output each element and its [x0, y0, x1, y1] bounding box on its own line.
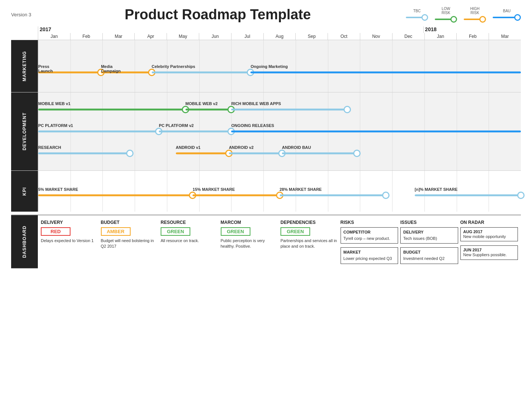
track-line	[231, 131, 521, 133]
issue-item-0-text: Tech issues (BOB)	[403, 236, 455, 241]
track-line	[176, 153, 229, 154]
resource-title: RESOURCE	[161, 220, 219, 225]
legend-low-risk-label: LOWRISK	[441, 7, 450, 15]
risk-item-0-text: Tyrell corp – new product.	[344, 236, 395, 241]
legend-bau-line	[493, 14, 521, 21]
on-radar-date-1: JUN 2017	[463, 248, 515, 252]
track-label: PC PLATFORM v2	[159, 123, 194, 128]
risk-item-1: MARKET Lower pricing expected Q3	[341, 247, 398, 264]
track-dot	[344, 106, 351, 113]
delivery-title: DELIVERY	[41, 220, 99, 225]
grid-col-12	[424, 40, 457, 92]
legend-high-risk-circle	[479, 16, 486, 23]
budget-card: BUDGET AMBER Budget will need bolstering…	[101, 220, 159, 264]
legend-tbc-label: TBC	[413, 9, 421, 13]
month-cell-sep: Sep	[295, 33, 328, 40]
year-row: 2017 2018	[38, 26, 521, 33]
track-dot	[126, 150, 134, 157]
risks-title: RISKS	[341, 220, 398, 225]
dependencies-card: DEPENDENCIES GREEN Partnerships and serv…	[280, 220, 338, 264]
track-label: MOBILE WEB v2	[185, 101, 218, 106]
issues-title: ISSUES	[400, 220, 458, 225]
page: Version 3 Product Roadmap Template TBC L…	[0, 0, 532, 401]
track-label: Celebrity Partnerships	[152, 64, 195, 69]
on-radar-text-0: New mobile opportunity	[463, 234, 515, 239]
month-cell-jan: Jan	[38, 33, 70, 40]
months-header: 2017 2018 JanFebMarAprMayJunJulAugSepOct…	[38, 26, 521, 40]
track-line	[229, 153, 282, 154]
month-cell-nov: Nov	[360, 33, 392, 40]
track-label: ANDROID BAU	[282, 145, 311, 150]
grid-col-3	[135, 171, 167, 212]
legend-high-risk: HIGHRISK	[464, 7, 486, 23]
grid-col-9	[328, 40, 360, 92]
month-cell-dec: Dec	[392, 33, 424, 40]
track-label: PC PLATFORM v1	[38, 123, 73, 128]
header: Version 3 Product Roadmap Template TBC L…	[11, 7, 521, 23]
track-label: Ongoing Marketing	[250, 64, 288, 69]
month-cell-apr: Apr	[134, 33, 167, 40]
kpi-section: KPI 5% MARKET SHARE15% MARKET SHARE28% M…	[11, 170, 521, 212]
grid-col-11	[392, 40, 424, 92]
on-radar-title: ON RADAR	[460, 220, 518, 225]
month-cell-mar: Mar	[489, 33, 521, 40]
year-2017-label: 2017	[38, 26, 423, 33]
issue-item-1-text: Investment needed Q2	[403, 256, 455, 261]
track-line	[250, 72, 521, 74]
legend-bau: BAU	[493, 9, 521, 21]
on-radar-item-1: JUN 2017 New Suppliers possible.	[460, 245, 518, 260]
track-line	[185, 109, 231, 111]
month-cell-jan: Jan	[424, 33, 457, 40]
marcom-title: MARCOM	[221, 220, 279, 225]
grid-col-13	[457, 40, 489, 92]
marcom-card: MARCOM GREEN Public perception is very h…	[221, 220, 279, 264]
month-cell-jul: Jul	[231, 33, 263, 40]
risk-item-1-title: MARKET	[344, 250, 395, 254]
grid-col-9	[328, 171, 360, 212]
legend-tbc-track	[406, 17, 422, 18]
month-cell-oct: Oct	[328, 33, 360, 40]
grid-col-2	[102, 171, 135, 212]
month-cell-aug: Aug	[263, 33, 296, 40]
track-label: ONGOING RELEASES	[231, 123, 274, 128]
grid-col-6	[231, 171, 263, 212]
track-dot	[353, 150, 361, 157]
track-line	[38, 109, 185, 111]
legend-bau-label: BAU	[503, 9, 511, 13]
legend-high-risk-label: HIGHRISK	[470, 7, 480, 15]
legend-low-risk: LOWRISK	[435, 7, 457, 23]
track-label: 28% MARKET SHARE	[280, 187, 322, 192]
track-label: 5% MARKET SHARE	[38, 187, 78, 192]
legend-bau-track	[493, 17, 515, 18]
track-line	[152, 72, 251, 74]
track-label: PressLaunch	[38, 64, 53, 73]
page-title: Product Roadmap Template	[41, 7, 395, 23]
track-line	[38, 153, 130, 154]
resource-text: All resource on track.	[161, 238, 219, 244]
grid-col-1	[70, 40, 103, 92]
delivery-status: RED	[41, 227, 70, 236]
legend: TBC LOWRISK HIGHRISK	[395, 7, 521, 23]
risk-item-1-text: Lower pricing expected Q3	[344, 256, 395, 261]
months-header-wrapper: 2017 2018 JanFebMarAprMayJunJulAugSepOct…	[38, 26, 521, 40]
track-line	[193, 195, 279, 196]
track-label: ANDROID v2	[229, 145, 254, 150]
track-label: [n]% MARKET SHARE	[415, 187, 458, 192]
version-label: Version 3	[11, 12, 41, 17]
legend-high-risk-track	[464, 19, 480, 20]
track-label: ANDROID v1	[176, 145, 201, 150]
risk-item-0: COMPETITOR Tyrell corp – new product.	[341, 227, 398, 244]
dashboard-content: DELIVERY RED Delays expected to Version …	[38, 215, 521, 268]
issue-item-1-title: BUDGET	[403, 250, 455, 254]
track-label: MOBILE WEB v1	[38, 101, 70, 106]
budget-text: Budget will need bolstering in Q2 2017	[101, 238, 159, 250]
development-label: DEVELOPMENT	[11, 92, 38, 170]
dependencies-text: Partnerships and services all in place a…	[280, 238, 338, 250]
issue-item-0-title: DELIVERY	[403, 230, 455, 234]
month-cells: JanFebMarAprMayJunJulAugSepOctNovDecJanF…	[38, 33, 521, 40]
grid-col-13	[457, 171, 489, 212]
dependencies-status: GREEN	[280, 227, 310, 236]
month-cell-mar: Mar	[102, 33, 135, 40]
budget-status: AMBER	[101, 227, 131, 236]
issue-item-1: BUDGET Investment needed Q2	[400, 247, 458, 264]
